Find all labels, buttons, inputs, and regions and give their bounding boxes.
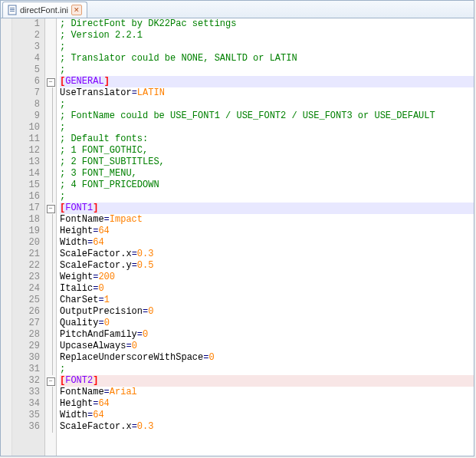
code-line[interactable]: [FONT1] [60, 203, 474, 214]
code-line[interactable]: CharSet=1 [60, 295, 474, 306]
fold-guide [52, 214, 53, 226]
fold-guide [52, 421, 53, 433]
code-area[interactable]: ; DirectFont by DK22Pac settings; Versio… [57, 18, 474, 456]
fold-guide [52, 249, 53, 260]
fold-toggle-icon[interactable]: − [47, 78, 55, 87]
code-line[interactable]: Height=64 [60, 226, 474, 237]
code-line[interactable]: ; Translator could be NONE, SANLTD or LA… [60, 53, 474, 64]
code-line[interactable]: ScaleFactor.x=0.3 [60, 421, 474, 433]
code-line[interactable]: Width=64 [60, 410, 474, 421]
code-line[interactable]: ; 1 FONT_GOTHIC, [60, 145, 474, 157]
fold-guide [52, 364, 53, 375]
fold-guide [52, 352, 53, 364]
code-line[interactable]: ScaleFactor.x=0.3 [60, 249, 474, 260]
code-line[interactable]: [FONT2] [60, 375, 474, 387]
fold-guide [52, 157, 53, 168]
svg-rect-2 [10, 9, 15, 10]
code-line[interactable]: FontName=Arial [60, 387, 474, 398]
code-line[interactable]: Height=64 [60, 398, 474, 410]
code-line[interactable]: ; FontName could be USE_FONT1 / USE_FONT… [60, 110, 474, 122]
fold-guide [52, 306, 53, 318]
code-line[interactable]: PitchAndFamily=0 [60, 329, 474, 341]
fold-toggle-icon[interactable]: − [47, 377, 55, 386]
code-line[interactable]: ; Default fonts: [60, 133, 474, 145]
code-line[interactable]: ; [60, 99, 474, 110]
fold-guide [52, 191, 53, 203]
code-line[interactable]: ; 2 FONT_SUBTITLES, [60, 157, 474, 168]
fold-guide [52, 226, 53, 237]
line-number-gutter: 1234567891011121314151617181920212223242… [12, 18, 45, 456]
fold-guide [52, 272, 53, 283]
fold-guide [52, 237, 53, 249]
fold-guide [52, 180, 53, 191]
fold-guide [52, 99, 53, 110]
fold-margin: −−− [45, 18, 57, 456]
code-line[interactable]: ScaleFactor.y=0.5 [60, 260, 474, 272]
file-icon [8, 5, 17, 15]
code-line[interactable]: FontName=Impact [60, 214, 474, 226]
code-line[interactable]: ; 4 FONT_PRICEDOWN [60, 180, 474, 191]
fold-guide [52, 410, 53, 421]
fold-guide [52, 283, 53, 295]
fold-guide [52, 387, 53, 398]
code-line[interactable]: OutputPrecision=0 [60, 306, 474, 318]
fold-guide [52, 341, 53, 352]
fold-guide [52, 295, 53, 306]
file-tab[interactable]: directFont.ini ✕ [2, 2, 87, 18]
code-line[interactable]: ; [60, 122, 474, 133]
bookmark-margin [1, 18, 12, 456]
code-line[interactable]: UpcaseAlways=0 [60, 341, 474, 352]
code-line[interactable]: ; [60, 41, 474, 53]
code-line[interactable]: [GENERAL] [60, 76, 474, 87]
code-line[interactable]: ReplaceUnderscoreWithSpace=0 [60, 352, 474, 364]
code-line[interactable]: Italic=0 [60, 283, 474, 295]
fold-guide [52, 329, 53, 341]
code-line[interactable]: UseTranslator=LATIN [60, 87, 474, 99]
fold-guide [52, 133, 53, 145]
svg-rect-3 [10, 11, 15, 12]
fold-guide [52, 168, 53, 180]
code-line[interactable]: ; Version 2.2.1 [60, 30, 474, 41]
fold-guide [52, 122, 53, 133]
code-line[interactable]: Quality=0 [60, 318, 474, 329]
fold-toggle-icon[interactable]: − [47, 205, 55, 213]
fold-guide [52, 260, 53, 272]
fold-guide [52, 145, 53, 157]
code-editor[interactable]: 1234567891011121314151617181920212223242… [1, 18, 474, 456]
code-line[interactable]: Width=64 [60, 237, 474, 249]
code-line[interactable]: Weight=200 [60, 272, 474, 283]
fold-guide [52, 398, 53, 410]
svg-rect-1 [10, 8, 15, 8]
code-line[interactable]: ; [60, 191, 474, 203]
code-line[interactable]: ; [60, 364, 474, 375]
fold-guide [52, 318, 53, 329]
code-line[interactable]: ; [60, 64, 474, 76]
editor-window: directFont.ini ✕ 12345678910111213141516… [0, 0, 474, 456]
fold-guide [52, 87, 53, 99]
code-line[interactable]: ; 3 FONT_MENU, [60, 168, 474, 180]
tab-bar: directFont.ini ✕ [1, 1, 474, 18]
close-icon[interactable]: ✕ [71, 5, 82, 15]
code-line[interactable]: ; DirectFont by DK22Pac settings [60, 18, 474, 30]
tab-filename: directFont.ini [20, 5, 68, 15]
fold-guide [52, 110, 53, 122]
